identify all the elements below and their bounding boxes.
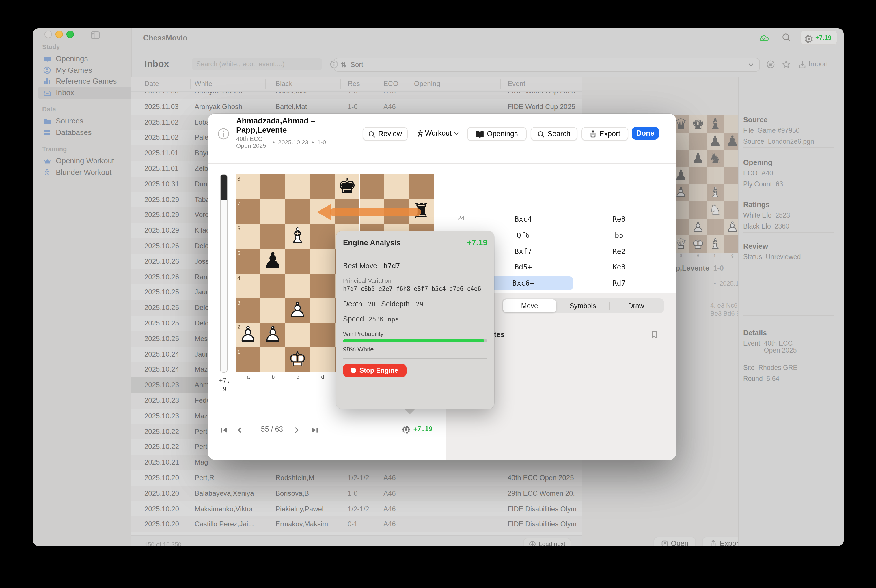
- eval-bar-value: +7.19: [219, 377, 233, 393]
- black-rook-h7[interactable]: ♜: [409, 199, 434, 224]
- modal-event: 40th ECCOpen 2025: [236, 135, 270, 149]
- best-move-value: h7d7: [383, 262, 400, 270]
- rank-label: 8: [237, 176, 240, 182]
- stop-engine-button[interactable]: Stop Engine: [343, 364, 407, 377]
- rank-label: 6: [237, 225, 240, 231]
- depth-label: Depth: [343, 300, 362, 308]
- pv-moves: h7d7 c6b5 e2e7 f6h8 e8f7 b5c4 e7e6 c4e6: [343, 286, 481, 292]
- white-move[interactable]: Bxf7: [485, 247, 561, 255]
- eval-bar: [220, 174, 227, 373]
- cpu-chip-icon: [804, 33, 813, 44]
- engine-popup: Engine Analysis +7.19 Best Move h7d7 Pri…: [336, 231, 494, 409]
- modal-title-line2: Papp,Levente: [236, 126, 287, 135]
- white-king-c1[interactable]: ♚♔: [285, 348, 310, 372]
- modal-result: 1-0: [317, 138, 326, 146]
- runner-icon: [416, 129, 423, 137]
- black-move[interactable]: Rd7: [583, 279, 655, 287]
- white-move[interactable]: Qf6: [485, 231, 561, 240]
- seldepth-label: Seldepth: [381, 300, 410, 308]
- global-search-icon[interactable]: [782, 32, 791, 42]
- black-move[interactable]: b5: [583, 231, 655, 240]
- close-button[interactable]: [45, 31, 52, 38]
- workout-chevron-icon: [454, 129, 459, 137]
- white-pawn-c3[interactable]: ♟♙: [285, 298, 310, 323]
- modal-date: 2025.10.23: [278, 138, 308, 146]
- engine-eval: +7.19: [467, 238, 487, 247]
- file-label: d: [321, 374, 324, 380]
- seldepth-value: 29: [416, 301, 424, 308]
- screen: Study Openings My Games Reference Games …: [0, 0, 876, 588]
- modal-search-button[interactable]: Search: [531, 127, 577, 141]
- speed-label: Speed: [343, 315, 364, 323]
- win-probability-fill: [343, 339, 484, 342]
- move-number: 24.: [451, 214, 467, 222]
- nav-eval: +7.19: [413, 425, 433, 433]
- move-position: 55 / 63: [253, 425, 291, 434]
- rank-label: 7: [237, 200, 240, 207]
- white-move[interactable]: Bd5+: [485, 263, 561, 272]
- minimize-button[interactable]: [56, 31, 63, 38]
- best-move-label: Best Move: [343, 262, 377, 270]
- rank-label: 5: [237, 250, 240, 256]
- file-label: a: [247, 374, 250, 380]
- stop-icon: [352, 368, 356, 373]
- tab-symbols[interactable]: Symbols: [556, 300, 610, 312]
- white-pawn-a2[interactable]: ♟♙: [236, 323, 260, 348]
- white-pawn-b2[interactable]: ♟♙: [260, 323, 285, 348]
- done-button[interactable]: Done: [632, 127, 659, 140]
- black-king-e8[interactable]: ♚: [335, 174, 359, 199]
- depth-value: 20: [368, 301, 376, 308]
- modal-share-icon: [590, 129, 597, 138]
- tab-move[interactable]: Move: [503, 300, 556, 312]
- skip-end-icon[interactable]: [311, 425, 319, 435]
- review-search-icon: [368, 130, 375, 138]
- black-move[interactable]: Re8: [583, 214, 655, 224]
- openings-book-icon: [476, 130, 484, 138]
- rank-label: 3: [237, 299, 240, 306]
- modal-subtitle: • 2025.10.23 • 1-0: [273, 138, 326, 146]
- openings-button[interactable]: Openings: [467, 127, 527, 141]
- file-label: b: [272, 374, 275, 380]
- rank-label: 4: [237, 274, 240, 281]
- pv-label: Principal Variation: [343, 277, 392, 284]
- workout-button[interactable]: Workout: [411, 127, 464, 140]
- black-move[interactable]: Re2: [583, 247, 655, 255]
- black-move[interactable]: Ke8: [583, 263, 655, 272]
- tab-draw[interactable]: Draw: [610, 300, 663, 312]
- modal-title-line1: Ahmadzada,Ahmad –: [236, 117, 315, 125]
- win-probability-track: [343, 339, 487, 342]
- white-move[interactable]: Bxc4: [485, 214, 561, 224]
- rank-label: 1: [237, 349, 240, 355]
- zoom-button[interactable]: [66, 31, 74, 38]
- review-button[interactable]: Review: [363, 127, 408, 141]
- game-info-icon[interactable]: [217, 128, 230, 140]
- speed-value: 253K nps: [368, 316, 399, 323]
- modal-export-button[interactable]: Export: [581, 127, 628, 141]
- skip-start-icon[interactable]: [220, 425, 228, 435]
- engine-eval-badge[interactable]: +7.19: [800, 30, 837, 45]
- win-probability-label: Win Probability: [343, 330, 383, 337]
- black-pawn-b5[interactable]: ♟: [260, 248, 285, 273]
- nav-cpu-icon[interactable]: [402, 424, 410, 435]
- engine-title: Engine Analysis: [343, 238, 401, 247]
- white-bishop-c6[interactable]: ♝♗: [285, 224, 310, 249]
- modal-search-icon: [538, 130, 544, 138]
- bookmark-icon[interactable]: [651, 329, 658, 339]
- cloud-sync-icon[interactable]: [758, 32, 770, 43]
- annotation-tabs: MoveSymbolsDraw: [502, 298, 664, 314]
- white-move[interactable]: Bxc6+: [485, 279, 561, 287]
- prev-move-icon[interactable]: [237, 425, 242, 435]
- move-row: 24.Bxc4Re8: [446, 212, 676, 226]
- next-move-icon[interactable]: [294, 425, 300, 435]
- file-label: c: [296, 374, 299, 380]
- win-probability-text: 98% White: [343, 346, 374, 352]
